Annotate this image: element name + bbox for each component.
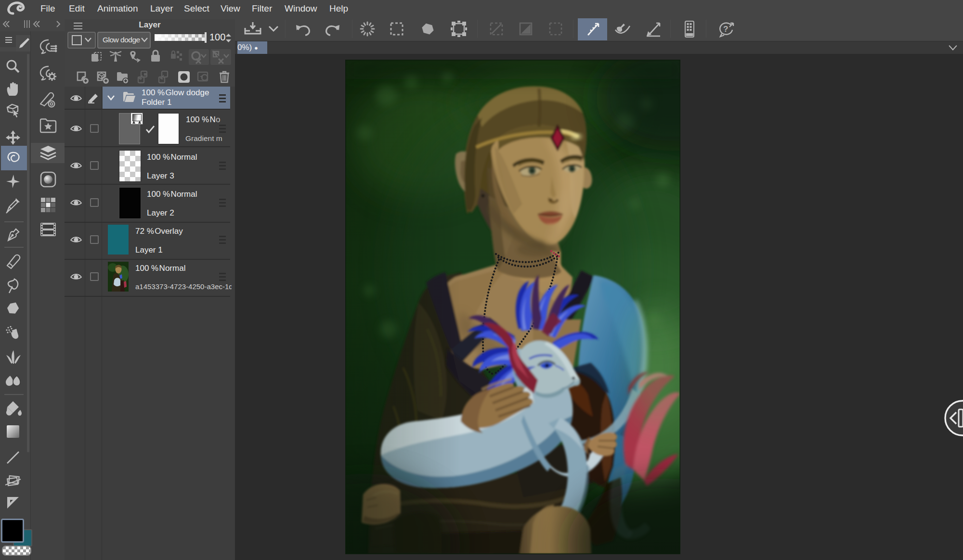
svg-text:?: ? (723, 25, 728, 34)
